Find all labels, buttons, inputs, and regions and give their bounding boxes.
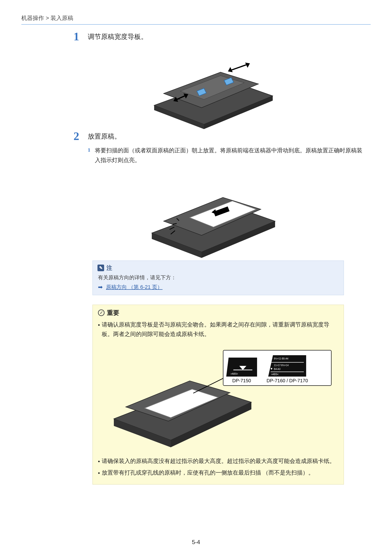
step-2-sub-1: 1 将要扫描的面（或者双面原稿的正面）朝上放置。将原稿前端在送稿器中滑动到底。原… bbox=[88, 146, 366, 165]
step-1-content: 调节原稿宽度导板。 bbox=[88, 32, 371, 129]
step-1-title: 调节原稿宽度导板。 bbox=[88, 32, 366, 41]
step-2: 2 放置原稿。 1 将要扫描的面（或者双面原稿的正面）朝上放置。将原稿前端在送稿… bbox=[73, 131, 371, 262]
note-box: ✎ 注 有关原稿方向的详情，请见下方： ➡ 原稿方向 （第 6-21 页） bbox=[93, 261, 344, 295]
bullet-icon: • bbox=[98, 320, 100, 330]
svg-text:>ABS<: >ABS< bbox=[271, 373, 279, 376]
step-2-content: 放置原稿。 1 将要扫描的面（或者双面原稿的正面）朝上放置。将原稿前端在送稿器中… bbox=[88, 131, 371, 262]
important-box: ✓ 重要 • 请确认原稿宽度导板是否与原稿完全吻合。如果两者之间存在间隙，请重新… bbox=[93, 305, 344, 484]
callout-left: >ABS< DP-7150 bbox=[226, 353, 257, 383]
abs-label-left-icon: >ABS< bbox=[226, 353, 257, 377]
note-label: 注 bbox=[107, 264, 112, 272]
important-bullet-1-text: 请确认原稿宽度导板是否与原稿完全吻合。如果两者之间存在间隙，请重新调节原稿宽度导… bbox=[102, 320, 338, 339]
svg-text:8½×11·B5·A4: 8½×11·B5·A4 bbox=[274, 357, 288, 360]
check-circle-icon: ✓ bbox=[98, 309, 105, 316]
illustration-place-original bbox=[123, 167, 285, 262]
illustration-guide-confirm-wrapper: >ABS< DP-7150 8½×11·B5·A4 11×17·8½×14 B4… bbox=[100, 341, 337, 454]
page: 机器操作 > 装入原稿 1 调节原稿宽度导板。 bbox=[0, 0, 392, 555]
svg-text:>ABS<: >ABS< bbox=[230, 372, 238, 375]
callout-right: 8½×11·B5·A4 11×17·8½×14 B4·A3 >ABS< DP-7… bbox=[267, 353, 308, 383]
important-header: ✓ 重要 bbox=[98, 309, 338, 317]
step-2-title: 放置原稿。 bbox=[88, 132, 366, 141]
important-bullet-3-text: 放置带有打孔或穿孔线的原稿时，应使有孔的一侧放在最后扫描 （而不是先扫描）。 bbox=[102, 468, 314, 478]
callout-abs-labels: >ABS< DP-7150 8½×11·B5·A4 11×17·8½×14 B4… bbox=[223, 350, 332, 386]
svg-line-10 bbox=[229, 64, 249, 71]
callout-label-right: DP-7160 / DP-7170 bbox=[267, 378, 308, 383]
bullet-icon: • bbox=[98, 468, 100, 478]
step-2-sub-number: 1 bbox=[88, 146, 95, 154]
illustration-adjust-guides bbox=[126, 44, 282, 129]
important-bullet-1: • 请确认原稿宽度导板是否与原稿完全吻合。如果两者之间存在间隙，请重新调节原稿宽… bbox=[98, 320, 338, 339]
svg-text:B4·A3: B4·A3 bbox=[274, 368, 281, 370]
step-1: 1 调节原稿宽度导板。 bbox=[73, 32, 371, 129]
callout-label-left: DP-7150 bbox=[232, 378, 251, 383]
note-link[interactable]: 原稿方向 （第 6-21 页） bbox=[106, 284, 163, 291]
important-bullet-2-text: 请确保装入的原稿高度没有超过指示的最大高度。超过指示的最大高度可能会造成原稿卡纸… bbox=[102, 456, 335, 466]
step-number-1: 1 bbox=[73, 31, 88, 42]
svg-marker-11 bbox=[229, 68, 232, 71]
bullet-icon: • bbox=[98, 457, 100, 467]
important-bullet-2: • 请确保装入的原稿高度没有超过指示的最大高度。超过指示的最大高度可能会造成原稿… bbox=[98, 456, 338, 467]
note-icon: ✎ bbox=[98, 265, 104, 271]
arrow-right-icon: ➡ bbox=[98, 284, 103, 290]
note-header: ✎ 注 bbox=[98, 264, 339, 272]
header-divider bbox=[21, 24, 371, 25]
note-link-line: ➡ 原稿方向 （第 6-21 页） bbox=[98, 284, 339, 291]
breadcrumb: 机器操作 > 装入原稿 bbox=[21, 14, 371, 24]
step-number-2: 2 bbox=[73, 131, 88, 142]
page-number: 5-4 bbox=[0, 539, 392, 546]
svg-marker-12 bbox=[246, 63, 249, 66]
important-bullet-3: • 放置带有打孔或穿孔线的原稿时，应使有孔的一侧放在最后扫描 （而不是先扫描）。 bbox=[98, 468, 338, 478]
svg-text:11×17·8½×14: 11×17·8½×14 bbox=[274, 364, 289, 367]
step-2-sub-text: 将要扫描的面（或者双面原稿的正面）朝上放置。将原稿前端在送稿器中滑动到底。原稿放… bbox=[95, 146, 366, 165]
abs-label-right-icon: 8½×11·B5·A4 11×17·8½×14 B4·A3 >ABS< bbox=[268, 353, 306, 377]
note-text: 有关原稿方向的详情，请见下方： bbox=[98, 274, 339, 281]
important-label: 重要 bbox=[107, 309, 119, 317]
